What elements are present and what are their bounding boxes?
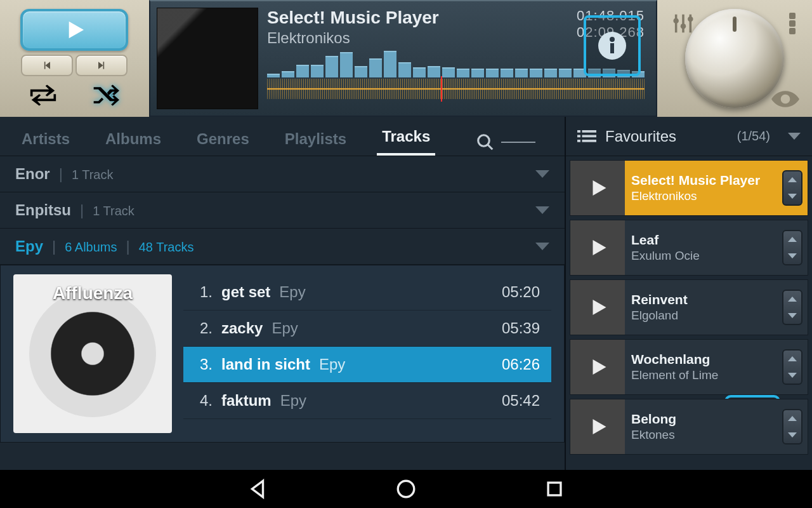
waveform[interactable] — [267, 79, 645, 99]
volume-panel — [657, 0, 812, 117]
tab-albums[interactable]: Albums — [100, 121, 166, 156]
info-button[interactable] — [584, 15, 641, 76]
favourite-thumb[interactable] — [570, 161, 625, 215]
track-artist: Epy — [272, 319, 298, 337]
favourite-artist: Elektronikos — [631, 189, 776, 203]
now-playing-art[interactable] — [157, 8, 258, 109]
now-playing-artist: Elektronikos — [267, 29, 439, 47]
group-meta: 1 Track — [93, 204, 134, 218]
group-name: Enpitsu — [15, 201, 71, 219]
now-playing-title: Select! Music Player — [267, 8, 439, 28]
forward-icon — [95, 59, 108, 72]
favourites-header[interactable]: Favourites (1/54) — [566, 117, 812, 156]
play-icon — [586, 236, 609, 259]
now-playing-panel: Select! Music Player Elektronikos 01:48.… — [149, 0, 657, 117]
top-bar: Select! Music Player Elektronikos 01:48.… — [0, 0, 812, 117]
track-duration: 05:42 — [502, 392, 540, 410]
favourite-title: Reinvent — [631, 292, 776, 307]
play-icon — [586, 296, 609, 319]
favourite-title: Leaf — [631, 232, 776, 248]
forward-button[interactable] — [75, 55, 128, 76]
library-column: ArtistsAlbumsGenresPlaylistsTracks Enor|… — [0, 117, 565, 470]
info-icon — [597, 30, 627, 61]
favourite-item[interactable]: ReinventElgoland — [570, 279, 808, 335]
group-name: Enor — [15, 165, 50, 183]
favourite-item[interactable]: BelongEktones — [570, 399, 808, 455]
drag-handle[interactable] — [782, 170, 802, 206]
favourite-artist: Exulum Ocie — [631, 249, 776, 263]
equalizer-icon[interactable] — [672, 13, 694, 34]
drag-handle[interactable] — [782, 230, 802, 265]
track-title: get set — [221, 283, 270, 301]
drag-handle[interactable] — [782, 349, 802, 385]
favourite-artist: Elgoland — [631, 309, 776, 323]
tab-playlists[interactable]: Playlists — [280, 121, 351, 156]
favourites-column: Favourites (1/54) Select! Music PlayerEl… — [565, 117, 812, 470]
track-row[interactable]: 1.get setEpy05:20 — [183, 274, 551, 311]
album-cover[interactable]: Affluenza — [13, 274, 172, 433]
favourite-thumb[interactable] — [570, 220, 625, 275]
play-icon — [62, 17, 87, 43]
repeat-icon[interactable] — [29, 84, 57, 107]
favourite-item[interactable]: LeafExulum Ocie — [570, 220, 808, 276]
favourite-artist: Element of Lime — [631, 368, 776, 382]
playhead-cursor[interactable] — [441, 76, 442, 102]
track-number: 1. — [195, 283, 213, 301]
chevron-down-icon — [535, 170, 549, 178]
search-field[interactable] — [476, 133, 548, 156]
track-title: land in sicht — [221, 356, 310, 373]
svg-point-9 — [398, 481, 414, 497]
track-artist: Epy — [279, 283, 305, 301]
track-artist: Epy — [319, 356, 345, 373]
favourite-artist: Ektones — [631, 428, 776, 442]
group-header[interactable]: Epy|6 Albums|48 Tracks — [0, 229, 565, 265]
shuffle-icon[interactable] — [91, 84, 119, 107]
track-number: 4. — [195, 392, 213, 410]
volume-knob[interactable] — [685, 9, 784, 108]
favourites-list: Select! Music PlayerElektronikosLeafExul… — [566, 156, 812, 470]
track-row[interactable]: 4.faktumEpy05:42 — [183, 383, 551, 419]
eye-icon[interactable] — [771, 90, 799, 108]
play-button[interactable] — [20, 9, 128, 51]
recents-icon[interactable] — [544, 478, 565, 500]
list-icon — [577, 129, 596, 144]
track-groups: Enor|1 TrackEnpitsu|1 TrackEpy|6 Albums|… — [0, 156, 565, 470]
group-name: Epy — [15, 237, 43, 255]
drag-handle[interactable] — [782, 290, 802, 325]
favourites-title: Favourites — [605, 128, 728, 145]
track-row[interactable]: 3.land in sichtEpy06:26 — [183, 347, 551, 383]
svg-point-2 — [610, 37, 615, 42]
favourite-thumb[interactable] — [570, 280, 625, 335]
chevron-down-icon — [535, 206, 549, 214]
favourite-thumb[interactable] — [570, 340, 625, 394]
favourites-count: (1/54) — [737, 129, 770, 144]
track-duration: 06:26 — [502, 356, 540, 373]
track-duration: 05:20 — [502, 283, 540, 301]
track-artist: Epy — [280, 392, 306, 410]
play-icon — [586, 177, 609, 199]
menu-icon[interactable] — [789, 13, 797, 34]
group-header[interactable]: Enor|1 Track — [0, 156, 565, 192]
favourite-item[interactable]: Select! Music PlayerElektronikos — [570, 160, 808, 216]
svg-point-3 — [673, 18, 679, 24]
tab-genres[interactable]: Genres — [192, 121, 254, 156]
track-duration: 05:39 — [502, 319, 540, 337]
favourite-item[interactable]: WochenlangElement of Lime — [570, 339, 808, 395]
rewind-button[interactable] — [21, 55, 73, 76]
home-icon[interactable] — [395, 478, 417, 500]
tab-artists[interactable]: Artists — [16, 121, 75, 156]
rewind-icon — [41, 59, 53, 72]
back-icon[interactable] — [247, 478, 268, 500]
play-icon — [586, 356, 609, 378]
svg-point-6 — [478, 135, 490, 147]
drag-handle[interactable] — [782, 409, 802, 444]
favourite-title: Belong — [631, 411, 776, 427]
svg-point-4 — [681, 23, 686, 29]
tab-tracks[interactable]: Tracks — [377, 119, 435, 156]
play-icon — [586, 415, 609, 438]
track-row[interactable]: 2.zackyEpy05:39 — [183, 311, 551, 347]
main-area: ArtistsAlbumsGenresPlaylistsTracks Enor|… — [0, 117, 812, 470]
track-title: zacky — [221, 319, 263, 337]
favourite-thumb[interactable] — [570, 399, 625, 454]
group-header[interactable]: Enpitsu|1 Track — [0, 192, 565, 229]
